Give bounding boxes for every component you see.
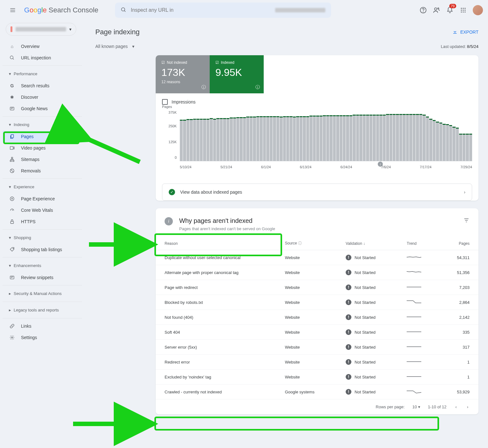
- svg-point-26: [11, 337, 13, 338]
- sidebar-item-pages[interactable]: Pages: [3, 131, 82, 142]
- table-row[interactable]: Redirect error Website !Not Started 1: [156, 355, 478, 370]
- table-row[interactable]: Blocked by robots.txt Website !Not Start…: [156, 295, 478, 310]
- cell-trend: [398, 340, 439, 355]
- impressions-checkbox[interactable]: [162, 99, 168, 105]
- discover-icon: ✱: [9, 95, 15, 100]
- hamburger-menu-icon[interactable]: [5, 3, 20, 18]
- help-icon[interactable]: ⓘ: [201, 84, 206, 90]
- sidebar-item-removals[interactable]: Removals: [3, 165, 82, 177]
- product-logo[interactable]: Google Search Console: [24, 6, 98, 14]
- sidebar-item-search-results[interactable]: GSearch results: [3, 80, 82, 91]
- sidebar-item-discover[interactable]: ✱Discover: [3, 91, 82, 103]
- property-selector[interactable]: ▾: [6, 23, 76, 36]
- notifications-icon[interactable]: 79: [446, 6, 454, 14]
- main-content: Page indexing EXPORT All known pages ▾ L…: [89, 20, 488, 448]
- col-source[interactable]: Source ⓘ: [276, 237, 337, 250]
- cell-source: Google systems: [276, 384, 337, 399]
- cell-validation: !Not Started: [337, 250, 398, 265]
- cell-trend: [398, 295, 439, 310]
- svg-rect-18: [11, 157, 13, 158]
- sidebar-section-security[interactable]: ▸Security & Manual Actions: [3, 287, 82, 300]
- svg-point-6: [463, 8, 464, 9]
- svg-point-2: [423, 12, 424, 12]
- link-icon: [9, 324, 15, 329]
- table-row[interactable]: Alternate page with proper canonical tag…: [156, 265, 478, 280]
- cell-trend: [398, 370, 439, 384]
- sidebar-section-shopping[interactable]: ▾Shopping: [3, 231, 82, 244]
- table-pagination: Rows per page: 10 ▾ 1-10 of 12 ‹ ›: [156, 399, 478, 414]
- sidebar-item-page-experience[interactable]: Page Experience: [3, 193, 82, 204]
- table-row[interactable]: Soft 404 Website !Not Started 335: [156, 325, 478, 340]
- chevron-down-icon: ▾: [9, 263, 11, 268]
- account-avatar[interactable]: [473, 5, 483, 15]
- cell-trend: [398, 325, 439, 340]
- view-indexed-data-link[interactable]: ✓ View data about indexed pages ›: [162, 184, 472, 201]
- table-row[interactable]: Page with redirect Website !Not Started …: [156, 280, 478, 295]
- stat-not-indexed[interactable]: ☑Not indexed 173K 12 reasons ⓘ: [156, 55, 210, 93]
- table-row[interactable]: Server error (5xx) Website !Not Started …: [156, 340, 478, 355]
- y-axis: 375K250K125K0: [162, 110, 177, 161]
- sidebar-item-shopping-tab[interactable]: Shopping tab listings: [3, 244, 82, 255]
- status-dot-icon: !: [346, 314, 351, 320]
- sidebar-section-performance[interactable]: ▾Performance: [3, 68, 82, 80]
- cell-source: Website: [276, 250, 337, 265]
- url-inspect-input[interactable]: [131, 7, 271, 13]
- table-row[interactable]: Not found (404) Website !Not Started 2,1…: [156, 310, 478, 325]
- chevron-right-icon: ▸: [9, 308, 11, 312]
- page-filter-dropdown[interactable]: All known pages ▾: [95, 44, 134, 49]
- sidebar-item-overview[interactable]: ⌂Overview: [3, 41, 82, 52]
- filter-icon[interactable]: [463, 217, 470, 224]
- url-inspect-search[interactable]: [115, 3, 331, 18]
- prev-page-icon[interactable]: ‹: [454, 403, 458, 411]
- table-row[interactable]: Crawled - currently not indexed Google s…: [156, 384, 478, 399]
- last-updated: Last updated: 8/5/24: [441, 44, 478, 49]
- indexing-chart: Pages 375K250K125K0 i 5/10/245/21/246/1/…: [156, 110, 478, 174]
- col-reason[interactable]: Reason: [156, 237, 276, 250]
- col-trend[interactable]: Trend: [398, 237, 439, 250]
- sidebar-item-url-inspection[interactable]: URL inspection: [3, 52, 82, 64]
- gear-icon: [9, 335, 15, 340]
- rpp-selector[interactable]: 10 ▾: [412, 405, 420, 409]
- sidebar-item-video-pages[interactable]: Video pages: [3, 142, 82, 154]
- col-validation[interactable]: Validation ↓: [337, 237, 398, 250]
- help-icon[interactable]: ⓘ: [298, 241, 302, 245]
- sidebar-item-review-snippets[interactable]: Review snippets: [3, 272, 82, 283]
- stat-value: 173K: [161, 67, 204, 78]
- stat-indexed[interactable]: ☑Indexed 9.95K ⓘ: [210, 55, 264, 93]
- sidebar-item-settings[interactable]: Settings: [3, 332, 82, 343]
- next-page-icon[interactable]: ›: [466, 403, 470, 411]
- cell-validation: !Not Started: [337, 355, 398, 370]
- home-icon: ⌂: [9, 44, 15, 49]
- sidebar-item-core-web-vitals[interactable]: Core Web Vitals: [3, 204, 82, 216]
- apps-grid-icon[interactable]: [459, 6, 467, 14]
- help-icon[interactable]: ⓘ: [255, 84, 260, 90]
- svg-rect-17: [10, 146, 13, 149]
- svg-point-10: [464, 10, 465, 10]
- sidebar-item-sitemaps[interactable]: Sitemaps: [3, 154, 82, 165]
- cell-reason: Blocked by robots.txt: [156, 295, 276, 310]
- col-pages[interactable]: Pages: [439, 237, 478, 250]
- export-button[interactable]: EXPORT: [452, 29, 478, 36]
- sidebar-item-https[interactable]: HTTPS: [3, 216, 82, 227]
- sidebar-item-google-news[interactable]: Google News: [3, 103, 82, 114]
- cell-trend: [398, 355, 439, 370]
- cell-pages: 1: [439, 370, 478, 384]
- cell-pages: 54,311: [439, 250, 478, 265]
- sidebar-section-experience[interactable]: ▾Experience: [3, 181, 82, 193]
- svg-point-9: [463, 10, 464, 10]
- cell-pages: 2,864: [439, 295, 478, 310]
- status-dot-icon: !: [346, 329, 351, 335]
- table-row[interactable]: Duplicate without user-selected canonica…: [156, 250, 478, 265]
- table-row[interactable]: Excluded by 'noindex' tag Website !Not S…: [156, 370, 478, 384]
- export-label: EXPORT: [460, 30, 478, 35]
- users-icon[interactable]: [433, 6, 440, 14]
- sidebar-section-indexing[interactable]: ▾Indexing: [3, 118, 82, 131]
- sidebar-item-links[interactable]: Links: [3, 320, 82, 332]
- cell-validation: !Not Started: [337, 325, 398, 340]
- help-icon[interactable]: [419, 6, 427, 14]
- cell-pages: 7,203: [439, 280, 478, 295]
- sidebar-section-enhancements[interactable]: ▾Enhancements: [3, 259, 82, 272]
- sidebar-section-legacy[interactable]: ▸Legacy tools and reports: [3, 304, 82, 316]
- sidebar-label: Core Web Vitals: [21, 208, 53, 213]
- notification-count: 79: [449, 4, 456, 8]
